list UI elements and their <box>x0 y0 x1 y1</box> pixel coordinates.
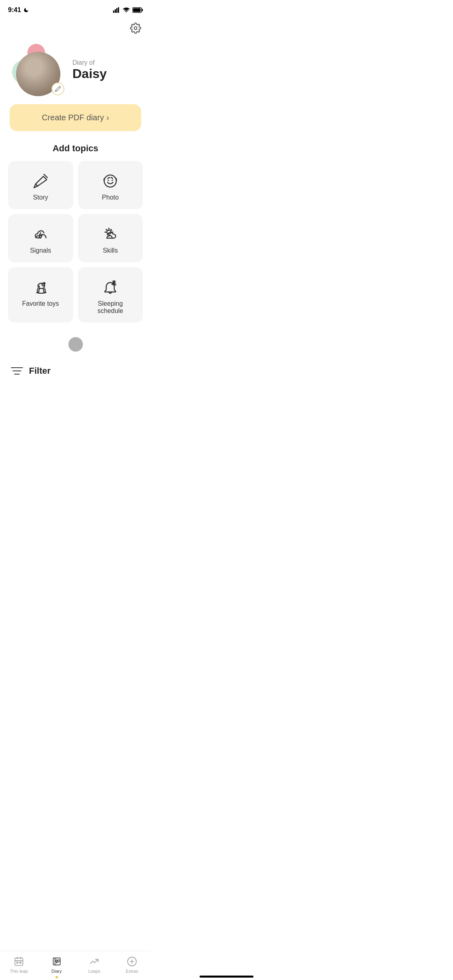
profile-info: Diary of Daisy <box>72 59 139 81</box>
gear-icon <box>130 23 141 34</box>
diary-of-label: Diary of <box>72 59 139 66</box>
topic-favorite-toys[interactable]: Favorite toys <box>8 267 73 323</box>
topic-sleeping-schedule-label: Sleeping schedule <box>84 300 137 315</box>
topic-favorite-toys-label: Favorite toys <box>22 300 59 307</box>
pencil-story-icon <box>32 172 49 190</box>
status-time: 9:41 <box>8 6 21 14</box>
svg-point-4 <box>126 12 127 12</box>
filter-section: Filter <box>0 360 151 386</box>
add-topics-section: Add topics Story <box>0 143 151 331</box>
topics-grid: Story Photo <box>8 161 143 323</box>
profile-section: Diary of Daisy <box>0 40 151 104</box>
edit-avatar-button[interactable] <box>51 82 64 95</box>
moon-icon <box>23 7 29 13</box>
pencil-icon <box>55 86 61 92</box>
bell-sleep-icon: z <box>101 278 119 296</box>
svg-point-13 <box>104 175 116 187</box>
svg-point-8 <box>134 27 137 30</box>
svg-rect-1 <box>115 9 116 13</box>
svg-rect-2 <box>116 8 117 13</box>
rocking-horse-icon <box>32 278 49 296</box>
topic-signals-label: Signals <box>30 247 51 254</box>
svg-rect-3 <box>118 7 119 13</box>
topic-skills[interactable]: Skills <box>78 214 143 262</box>
topic-signals[interactable]: Signals <box>8 214 73 262</box>
add-topics-title: Add topics <box>8 143 143 154</box>
svg-line-28 <box>43 288 44 292</box>
topic-sleeping-schedule[interactable]: z Sleeping schedule <box>78 267 143 323</box>
svg-line-26 <box>44 282 45 283</box>
pdf-chevron: › <box>106 113 109 122</box>
create-pdf-button[interactable]: Create PDF diary › <box>10 104 141 131</box>
topic-skills-label: Skills <box>103 247 118 254</box>
topic-story[interactable]: Story <box>8 161 73 209</box>
sun-cloud-icon <box>101 225 119 243</box>
svg-rect-6 <box>142 9 143 11</box>
topic-story-label: Story <box>33 194 48 201</box>
svg-rect-0 <box>113 10 114 13</box>
baby-face-icon <box>101 172 119 190</box>
wifi-icon <box>123 7 130 13</box>
avatar-wrapper <box>12 44 64 96</box>
topic-photo-label: Photo <box>102 194 119 201</box>
svg-line-21 <box>106 229 107 230</box>
svg-line-27 <box>39 288 39 292</box>
topic-photo[interactable]: Photo <box>78 161 143 209</box>
filter-icon <box>10 364 24 378</box>
svg-point-14 <box>108 180 109 181</box>
pdf-btn-label: Create PDF diary <box>42 113 104 122</box>
filter-label: Filter <box>29 366 51 376</box>
svg-rect-7 <box>133 8 141 12</box>
settings-button[interactable] <box>128 21 143 37</box>
battery-icon <box>132 7 143 13</box>
header <box>0 18 151 40</box>
svg-line-12 <box>35 184 37 186</box>
profile-name: Daisy <box>72 66 139 81</box>
scroll-dot <box>68 337 83 352</box>
signal-icon <box>113 7 120 13</box>
pdf-btn-wrapper: Create PDF diary › <box>0 104 151 143</box>
status-icons <box>113 7 143 13</box>
lightning-cloud-icon <box>32 225 49 243</box>
svg-point-15 <box>112 180 113 181</box>
status-bar: 9:41 <box>0 0 151 18</box>
svg-line-10 <box>56 90 57 91</box>
svg-line-22 <box>111 229 112 230</box>
scroll-indicator <box>0 331 151 360</box>
